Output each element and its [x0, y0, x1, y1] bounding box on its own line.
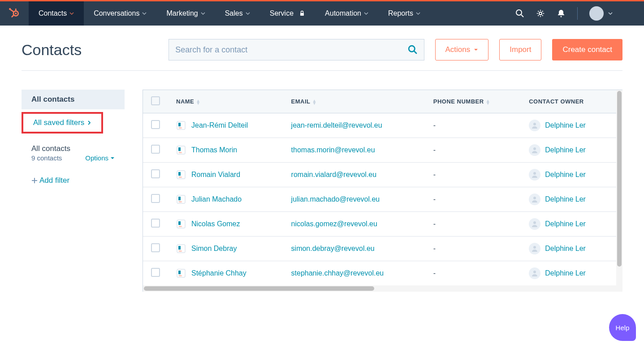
contact-email-link[interactable]: jean-remi.delteil@revevol.eu [291, 121, 382, 129]
add-filter-button[interactable]: Add filter [22, 170, 125, 191]
contact-avatar-icon: rev [176, 268, 186, 278]
contact-owner-link[interactable]: Delphine Ler [545, 269, 586, 277]
contact-email-link[interactable]: julian.machado@revevol.eu [291, 195, 380, 203]
nav-conversations[interactable]: Conversations [84, 1, 156, 26]
chevron-down-icon [364, 11, 368, 16]
svg-point-9 [539, 12, 542, 15]
contact-name-link[interactable]: Simon Debray [191, 245, 237, 253]
table-row: rev Thomas Morin thomas.morin@revevol.eu… [143, 138, 616, 163]
content: All contacts All saved filters All conta… [22, 90, 622, 292]
subsection-title: All contacts [31, 144, 115, 153]
options-label: Options [85, 154, 108, 162]
account-menu[interactable] [589, 6, 613, 21]
hubspot-logo[interactable] [0, 1, 29, 26]
contact-email-link[interactable]: simon.debray@revevol.eu [291, 245, 375, 252]
chevron-down-icon [69, 11, 74, 16]
row-checkbox[interactable] [151, 194, 160, 203]
svg-rect-30 [178, 221, 181, 225]
column-owner[interactable]: CONTACT OWNER [521, 90, 616, 113]
person-icon [531, 122, 538, 129]
svg-text:rev: rev [179, 200, 182, 203]
search-icon [515, 9, 524, 18]
row-checkbox[interactable] [151, 120, 160, 129]
svg-point-7 [516, 10, 522, 15]
table-row: rev Romain Vialard romain.vialard@revevo… [143, 163, 616, 187]
contact-email-link[interactable]: nicolas.gomez@revevol.eu [291, 220, 377, 228]
scrollbar-thumb[interactable] [144, 286, 374, 291]
button-label: Import [510, 45, 531, 54]
horizontal-scrollbar[interactable] [143, 285, 622, 292]
search-button[interactable] [515, 9, 524, 18]
svg-text:rev: rev [179, 250, 182, 252]
contact-phone: - [433, 171, 436, 178]
search-field-wrap[interactable] [169, 39, 424, 60]
svg-rect-34 [178, 246, 181, 250]
sidebar-item-label: All contacts [31, 95, 74, 104]
nav-sales[interactable]: Sales [215, 1, 260, 26]
contact-owner-link[interactable]: Delphine Ler [545, 146, 586, 154]
svg-line-4 [10, 9, 14, 12]
svg-line-8 [521, 15, 523, 17]
svg-point-40 [533, 271, 536, 273]
row-checkbox[interactable] [151, 268, 160, 277]
actions-button[interactable]: Actions [435, 39, 489, 60]
contact-owner-link[interactable]: Delphine Ler [545, 195, 586, 203]
column-email[interactable]: EMAIL▲▼ [283, 90, 425, 113]
contact-name-link[interactable]: Thomas Morin [191, 146, 237, 154]
scrollbar-thumb[interactable] [617, 91, 622, 267]
svg-rect-38 [178, 271, 181, 274]
search-input[interactable] [175, 45, 407, 55]
page: Contacts Actions Import Create contact A… [0, 26, 644, 292]
contact-email-link[interactable]: romain.vialard@revevol.eu [291, 171, 377, 178]
options-dropdown[interactable]: Options [85, 154, 115, 162]
column-name[interactable]: NAME▲▼ [168, 90, 283, 113]
contact-name-link[interactable]: Jean-Rémi Delteil [191, 121, 248, 129]
contact-owner-link[interactable]: Delphine Ler [545, 121, 586, 129]
contact-owner-link[interactable]: Delphine Ler [545, 220, 586, 228]
sidebar-item-saved-filters[interactable]: All saved filters [23, 114, 101, 132]
contact-owner-link[interactable]: Delphine Ler [545, 171, 586, 179]
nav-marketing[interactable]: Marketing [156, 1, 215, 26]
svg-point-11 [409, 46, 415, 52]
contact-name-link[interactable]: Julian Machado [191, 195, 242, 203]
row-checkbox[interactable] [151, 219, 160, 228]
notifications-button[interactable] [557, 9, 566, 18]
svg-point-32 [533, 221, 536, 224]
contact-name-link[interactable]: Nicolas Gomez [191, 220, 240, 228]
create-contact-button[interactable]: Create contact [552, 39, 622, 60]
contact-email-link[interactable]: stephanie.chhay@revevol.eu [291, 269, 384, 277]
contact-name-link[interactable]: Stéphanie Chhay [191, 269, 246, 277]
nav-automation[interactable]: Automation [315, 1, 378, 26]
nav-contacts[interactable]: Contacts [29, 1, 84, 26]
contact-phone: - [433, 220, 436, 228]
svg-point-1 [15, 13, 17, 14]
contact-name-link[interactable]: Romain Vialard [191, 171, 240, 179]
select-all-checkbox[interactable] [151, 96, 160, 105]
row-checkbox[interactable] [151, 243, 160, 252]
bell-icon [557, 9, 566, 18]
svg-text:rev: rev [179, 126, 182, 129]
contacts-table-wrap: NAME▲▼ EMAIL▲▼ PHONE NUMBER▲▼ CONTACT OW… [143, 90, 622, 292]
caret-down-icon [474, 47, 478, 52]
gear-icon [536, 9, 545, 18]
row-checkbox[interactable] [151, 145, 160, 154]
person-icon [531, 171, 538, 178]
owner-avatar [529, 194, 540, 205]
nav-service[interactable]: Service [260, 1, 315, 26]
contact-email-link[interactable]: thomas.morin@revevol.eu [291, 146, 375, 154]
sidebar-item-all-contacts[interactable]: All contacts [22, 90, 125, 109]
nav-reports[interactable]: Reports [378, 1, 430, 26]
svg-rect-26 [178, 197, 181, 200]
nav-item-label: Conversations [94, 9, 139, 17]
contact-owner-link[interactable]: Delphine Ler [545, 245, 586, 253]
settings-button[interactable] [536, 9, 545, 18]
sidebar-subsection: All contacts 9 contacts Options [22, 140, 125, 162]
row-checkbox[interactable] [151, 169, 160, 178]
column-phone[interactable]: PHONE NUMBER▲▼ [425, 90, 521, 113]
svg-point-10 [561, 16, 562, 17]
vertical-scrollbar[interactable] [616, 90, 622, 285]
svg-point-20 [533, 147, 536, 150]
contact-avatar-icon: rev [176, 244, 186, 254]
person-icon [531, 146, 538, 154]
import-button[interactable]: Import [499, 39, 541, 60]
